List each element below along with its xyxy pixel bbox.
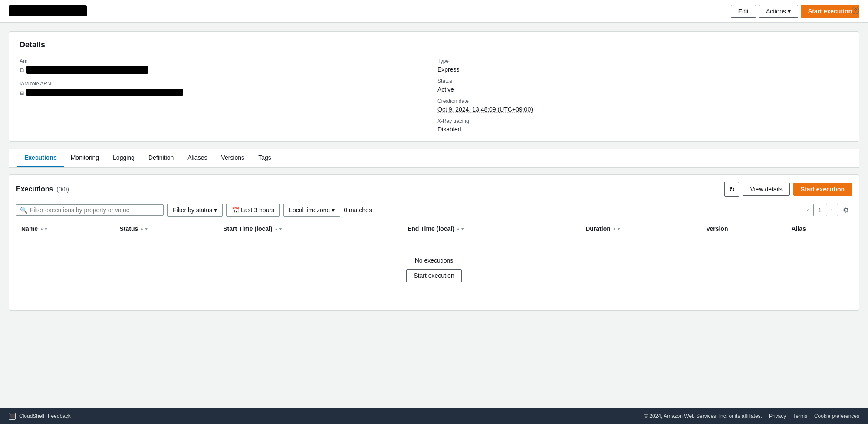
details-title: Details — [20, 40, 848, 49]
executions-title: Executions — [16, 185, 53, 193]
tab-monitoring[interactable]: Monitoring — [64, 149, 106, 167]
col-name-label: Name — [21, 225, 38, 232]
pagination-next[interactable]: › — [826, 204, 838, 216]
xray-field: X-Ray tracing Disabled — [437, 118, 848, 133]
no-executions-row: No executions Start execution — [16, 236, 852, 303]
top-actions: Edit Actions ▾ Start execution — [731, 5, 859, 18]
time-filter-button[interactable]: 📅 Last 3 hours — [226, 204, 280, 217]
top-bar: Edit Actions ▾ Start execution ? — [0, 0, 868, 23]
arn-copy-icon[interactable]: ⧉ — [20, 66, 24, 74]
executions-title-area: Executions (0/0) — [16, 185, 69, 193]
start-execution-button-top[interactable]: Start execution — [801, 5, 859, 18]
col-end-time-sort-icon[interactable]: ▲▼ — [456, 227, 465, 231]
pagination: ‹ 1 › ⚙ — [802, 204, 852, 216]
filter-status-label: Filter by status — [173, 207, 212, 214]
view-details-button[interactable]: View details — [743, 183, 789, 196]
creation-date-label: Creation date — [437, 98, 848, 104]
col-alias: Alias — [786, 222, 852, 236]
col-status: Status ▲▼ — [115, 222, 218, 236]
col-duration: Duration ▲▼ — [580, 222, 701, 236]
type-field: Type Express — [437, 58, 848, 73]
help-icon[interactable]: ? — [852, 7, 859, 14]
status-value: Active — [437, 86, 848, 93]
executions-header-actions: ↻ View details Start execution — [724, 182, 852, 197]
col-start-time: Start Time (local) ▲▼ — [218, 222, 402, 236]
col-name-sort-icon[interactable]: ▲▼ — [39, 227, 48, 231]
filters-row: 🔍 Filter by status ▾ 📅 Last 3 hours Loca… — [16, 204, 852, 217]
details-grid: Arn ⧉ IAM role ARN ⧉ Type — [20, 58, 848, 133]
executions-header: Executions (0/0) ↻ View details Start ex… — [16, 182, 852, 197]
xray-value: Disabled — [437, 126, 848, 133]
title-redacted — [9, 5, 87, 16]
tab-aliases[interactable]: Aliases — [181, 149, 214, 167]
time-filter-label: Last 3 hours — [241, 207, 274, 214]
details-card: Details Arn ⧉ IAM role ARN ⧉ — [9, 31, 859, 142]
refresh-button[interactable]: ↻ — [724, 182, 739, 197]
type-label: Type — [437, 58, 848, 64]
page-title — [9, 7, 87, 16]
status-label: Status — [437, 78, 848, 84]
filter-status-chevron: ▾ — [214, 207, 217, 214]
arn-value-redacted — [26, 66, 148, 74]
col-version-label: Version — [706, 225, 728, 232]
xray-label: X-Ray tracing — [437, 118, 848, 124]
col-duration-sort-icon[interactable]: ▲▼ — [612, 227, 621, 231]
search-box[interactable]: 🔍 — [16, 204, 164, 216]
col-name: Name ▲▼ — [16, 222, 115, 236]
arn-field: Arn ⧉ — [20, 58, 431, 74]
iam-role-copy-icon[interactable]: ⧉ — [20, 89, 24, 96]
calendar-icon: 📅 — [232, 207, 239, 214]
pagination-number: 1 — [815, 207, 824, 214]
table-settings-icon[interactable]: ⚙ — [840, 204, 852, 216]
col-end-time: End Time (local) ▲▼ — [402, 222, 580, 236]
status-field: Status Active — [437, 78, 848, 93]
tab-versions[interactable]: Versions — [214, 149, 251, 167]
tab-definition[interactable]: Definition — [141, 149, 181, 167]
no-executions-text: No executions — [30, 257, 838, 264]
executions-table: Name ▲▼ Status ▲▼ Start Time (local) — [16, 222, 852, 303]
executions-count: (0/0) — [56, 186, 69, 193]
details-left: Arn ⧉ IAM role ARN ⧉ — [20, 58, 431, 133]
type-value: Express — [437, 66, 848, 73]
col-status-label: Status — [120, 225, 138, 232]
edit-button[interactable]: Edit — [731, 5, 756, 18]
actions-button[interactable]: Actions ▾ — [759, 5, 798, 18]
matches-text: 0 matches — [344, 207, 372, 214]
tabs-bar: Executions Monitoring Logging Definition… — [9, 149, 859, 168]
executions-card: Executions (0/0) ↻ View details Start ex… — [9, 174, 859, 311]
start-execution-empty-button[interactable]: Start execution — [406, 269, 461, 282]
iam-role-value-row: ⧉ — [20, 89, 431, 96]
filter-status-button[interactable]: Filter by status ▾ — [167, 204, 223, 217]
details-right: Type Express Status Active Creation date… — [437, 58, 848, 133]
search-input[interactable] — [30, 207, 160, 214]
pagination-prev[interactable]: ‹ — [802, 204, 814, 216]
iam-role-field: IAM role ARN ⧉ — [20, 81, 431, 96]
arn-label: Arn — [20, 58, 431, 64]
timezone-chevron: ▾ — [332, 207, 335, 214]
col-duration-label: Duration — [585, 225, 611, 232]
no-executions-area: No executions Start execution — [21, 240, 847, 299]
tab-logging[interactable]: Logging — [106, 149, 141, 167]
col-version: Version — [701, 222, 786, 236]
iam-role-label: IAM role ARN — [20, 81, 431, 87]
col-end-time-label: End Time (local) — [408, 225, 454, 232]
creation-date-field: Creation date Oct 9, 2024, 13:48:09 (UTC… — [437, 98, 848, 113]
tab-executions[interactable]: Executions — [17, 149, 64, 167]
col-start-time-sort-icon[interactable]: ▲▼ — [274, 227, 283, 231]
timezone-label: Local timezone — [289, 207, 330, 214]
col-alias-label: Alias — [791, 225, 806, 232]
arn-value-row: ⧉ — [20, 66, 431, 74]
table-header-row: Name ▲▼ Status ▲▼ Start Time (local) — [16, 222, 852, 236]
iam-role-value-redacted — [26, 89, 183, 96]
col-status-sort-icon[interactable]: ▲▼ — [140, 227, 148, 231]
start-execution-button-executions[interactable]: Start execution — [793, 183, 852, 196]
creation-date-value: Oct 9, 2024, 13:48:09 (UTC+09:00) — [437, 106, 848, 113]
search-icon: 🔍 — [20, 207, 27, 214]
col-start-time-label: Start Time (local) — [223, 225, 272, 232]
tab-tags[interactable]: Tags — [251, 149, 278, 167]
main-content: Details Arn ⧉ IAM role ARN ⧉ — [0, 23, 868, 319]
actions-label: Actions — [766, 8, 786, 15]
actions-chevron-icon: ▾ — [788, 8, 791, 15]
timezone-button[interactable]: Local timezone ▾ — [283, 204, 340, 217]
